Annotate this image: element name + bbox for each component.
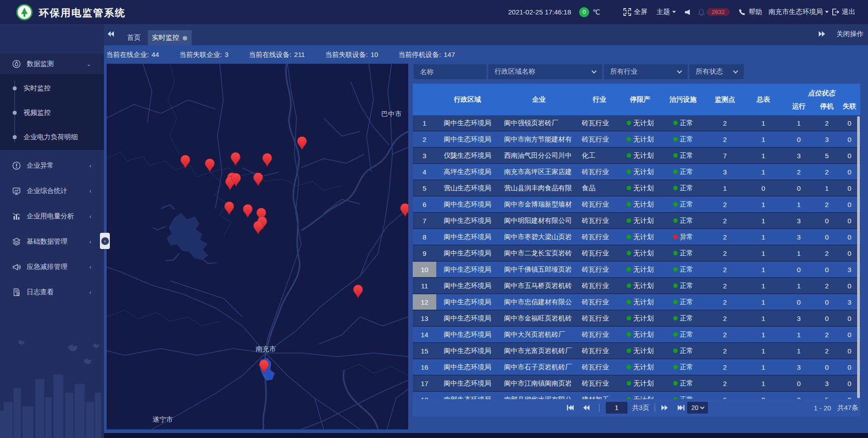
map-pin[interactable] — [231, 152, 241, 166]
column-header: 行业 — [579, 84, 620, 115]
sidebar-subitem-实时监控[interactable]: 实时监控 — [0, 76, 104, 100]
industry-filter-select[interactable]: 所有行业 — [604, 64, 688, 79]
tab-home[interactable]: 首页 — [122, 30, 146, 45]
page-size-select[interactable]: 20 — [687, 402, 708, 414]
help-button[interactable]: 帮助 — [739, 0, 762, 24]
app-logo-icon — [16, 4, 33, 20]
tab-close-icon[interactable]: ⊗ — [182, 34, 188, 42]
app-title: 环保用电监管系统 — [39, 6, 126, 20]
chevron-icon: ‹ — [90, 188, 91, 194]
name-input[interactable] — [414, 68, 486, 75]
table-row[interactable]: 14阆中生态环境局阆中大兴页岩机砖厂砖瓦行业无计划正常21120 — [413, 327, 860, 343]
map-pin[interactable] — [401, 203, 409, 217]
tab-realtime-monitor[interactable]: 实时监控⊗ — [148, 30, 192, 45]
megaphone-icon — [12, 263, 21, 271]
map-city-label: 巴中市 — [382, 110, 402, 118]
sidebar-item-3[interactable]: 企业用电量分析‹ — [0, 206, 104, 226]
map-pin[interactable] — [243, 204, 253, 218]
table-row[interactable]: 13阆中生态环境局阆中市金福旺页岩机砖砖瓦行业无计划正常21300 — [413, 311, 860, 327]
map-collapse-handle[interactable]: ‹ — [100, 233, 110, 249]
table-row[interactable]: 17阆中生态环境局阆中市江南镇阆南页岩砖瓦行业无计划正常21030 — [413, 376, 860, 392]
chevron-icon: ‹ — [90, 162, 91, 169]
map-pin[interactable] — [354, 285, 363, 298]
sidebar-item-1[interactable]: 企业异常‹ — [0, 155, 104, 176]
sidebar-item-0[interactable]: 数据监测⌄ — [0, 54, 104, 74]
app-header: 环保用电监管系统 2021-02-25 17:46:18 0 ℃ 全屏 主题 2… — [0, 0, 868, 24]
chevron-down-icon — [672, 11, 676, 13]
tab-bar: 首页 实时监控⊗ 关闭操作 — [104, 24, 868, 45]
status-filter-select[interactable]: 所有状态 — [689, 64, 744, 79]
sidebar-item-4[interactable]: 基础数据管理‹ — [0, 231, 104, 252]
sidebar-item-5[interactable]: 应急减排管理‹ — [0, 257, 104, 277]
table-row[interactable]: 11阆中生态环境局阆中市五马桥页岩机砖砖瓦行业无计划正常21120 — [413, 278, 860, 294]
table-row[interactable]: 4高坪生态环境局南充市高坪区王家店建砖瓦行业无计划正常31220 — [413, 164, 860, 180]
sidebar-item-2[interactable]: 企业综合统计‹ — [0, 181, 104, 201]
phone-icon — [739, 9, 745, 15]
column-header: 治污设施 — [660, 84, 706, 115]
table-row[interactable]: 9阆中生态环境局阆中市二龙长宝页岩砖砖瓦行业无计划正常21120 — [413, 245, 860, 262]
table-row[interactable]: 10阆中生态环境局阆中千佛镇五郎垭页岩砖瓦行业无计划正常21003 — [413, 262, 860, 278]
map-city-label: 南充市 — [256, 345, 276, 353]
map-pin[interactable] — [225, 202, 234, 215]
theme-menu[interactable]: 主题 — [656, 0, 676, 24]
table-row[interactable]: 1阆中生态环境局阆中强锐页岩砖厂砖瓦行业无计划正常21120 — [413, 115, 860, 132]
column-header: 总表 — [744, 84, 783, 115]
table-row[interactable]: 8阆中生态环境局阆中市枣碧大梁山页岩砖瓦行业无计划异常21300 — [413, 229, 860, 245]
log-icon — [12, 288, 21, 297]
table-row[interactable]: 15阆中生态环境局阆中市光富页岩机砖厂砖瓦行业无计划正常21120 — [413, 343, 860, 359]
sound-toggle[interactable] — [684, 0, 690, 24]
org-menu[interactable]: 南充市生态环境局 — [769, 0, 829, 24]
tabs-scroll-right-icon[interactable] — [818, 31, 826, 39]
temperature-badge: 0 ℃ — [579, 0, 600, 24]
total-pages-label: 共3页 — [632, 399, 649, 416]
table-row[interactable]: 16阆中生态环境局阆中市石子页岩机砖厂砖瓦行业无计划正常21300 — [413, 359, 860, 376]
map-pin[interactable] — [254, 173, 263, 186]
stat-item: 当前在线企业:44 — [106, 51, 159, 59]
first-page-button[interactable] — [566, 399, 574, 416]
column-header: 监测点 — [706, 84, 744, 115]
stat-item: 当前失联企业:3 — [179, 51, 229, 59]
tabs-scroll-left-icon[interactable] — [107, 31, 114, 39]
page-number-input[interactable]: 1 — [606, 402, 627, 414]
map-pin[interactable] — [297, 137, 307, 150]
map-panel[interactable]: 巴中市南充市遂宁市 — [107, 64, 408, 429]
sidebar-subitem-视频监控[interactable]: 视频监控 — [0, 100, 104, 125]
map-pin[interactable] — [254, 221, 263, 235]
table-row[interactable]: 2阆中生态环境局阆中市南方节能建材有砖瓦行业无计划正常21030 — [413, 132, 860, 148]
stats-icon — [12, 187, 21, 195]
sidebar-subitem-企业电力负荷明细[interactable]: 企业电力负荷明细 — [0, 125, 104, 149]
table-scrollbar[interactable] — [857, 116, 860, 398]
column-header: 企业 — [499, 84, 579, 115]
map-pin[interactable] — [205, 159, 215, 172]
layers-icon — [12, 237, 21, 246]
close-actions-button[interactable]: 关闭操作 — [836, 30, 863, 38]
speaker-icon — [684, 9, 690, 15]
last-page-button[interactable] — [677, 399, 685, 416]
table-row[interactable]: 5营山生态环境局营山县润丰肉食品有限食品无计划正常10010 — [413, 180, 860, 197]
region-filter-select[interactable]: 行政区域名称 — [488, 64, 602, 79]
table-row[interactable]: 7阆中生态环境局阆中明阳建材有限公司砖瓦行业无计划正常21300 — [413, 213, 860, 229]
table-row[interactable]: 6阆中生态环境局阆中市金博瑞新型墙材砖瓦行业无计划正常21120 — [413, 197, 860, 213]
datetime: 2021-02-25 17:46:18 — [508, 0, 571, 24]
next-page-button[interactable] — [661, 399, 668, 416]
sidebar-item-6[interactable]: 日志查看‹ — [0, 282, 104, 302]
table-body: 1阆中生态环境局阆中强锐页岩砖厂砖瓦行业无计划正常211202阆中生态环境局阆中… — [413, 115, 860, 399]
chevron-icon: ⌄ — [86, 61, 91, 67]
map-pin[interactable] — [263, 153, 272, 167]
map-pin[interactable] — [181, 155, 190, 169]
table-row[interactable]: 3仪陇生态环境局西南油气田分公司川中化工无计划正常71350 — [413, 148, 860, 164]
name-filter-input[interactable] — [414, 64, 486, 79]
stat-item: 当前失联设备:10 — [325, 51, 378, 59]
total-count-label: 共47条 — [837, 399, 859, 416]
chevron-icon: ‹ — [90, 289, 91, 296]
sidebar-skyline-decoration — [0, 334, 104, 438]
table-row[interactable]: 12阆中生态环境局阆中市忠信建材有限公砖瓦行业无计划正常21003 — [413, 294, 860, 311]
logout-button[interactable]: 退出 — [832, 0, 855, 24]
logout-icon — [832, 9, 839, 15]
notifications-button[interactable]: 2632 — [698, 0, 730, 24]
fullscreen-button[interactable]: 全屏 — [623, 0, 647, 24]
table-row[interactable]: 18南部生态环境局南部县砌华水泥有限公建材加工无计划正常60050 — [413, 392, 860, 399]
chart-icon — [12, 212, 21, 221]
prev-page-button[interactable] — [583, 399, 590, 416]
gauge-icon — [12, 60, 21, 68]
